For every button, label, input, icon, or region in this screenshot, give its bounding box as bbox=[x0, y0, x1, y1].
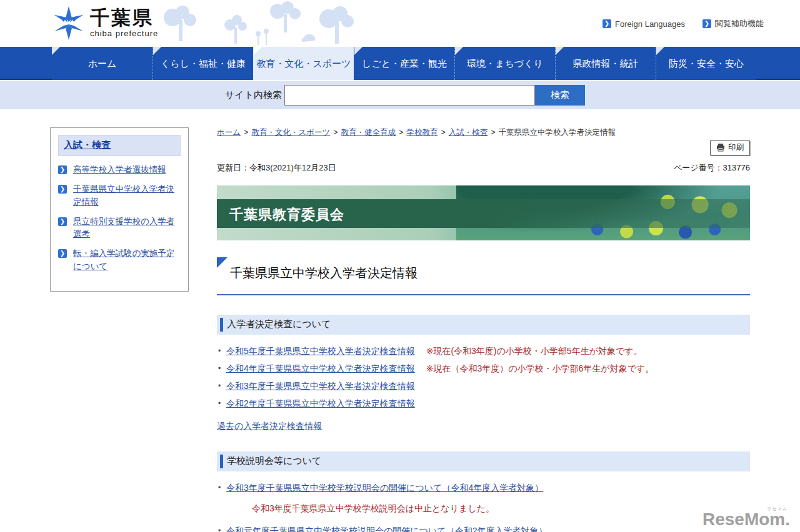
breadcrumb-link[interactable]: ホーム bbox=[217, 128, 241, 137]
nav-tab-bosai[interactable]: 防災・安全・安心 bbox=[656, 47, 756, 80]
breadcrumb-link[interactable]: 教育・健全育成 bbox=[341, 128, 396, 137]
chevron-right-icon: ❯ bbox=[702, 19, 711, 28]
breadcrumb-separator: > bbox=[244, 128, 248, 137]
nav-tab-label: 環境・まちづくり bbox=[467, 58, 543, 69]
exam-link-r3[interactable]: 令和3年度千葉県県立中学校入学者決定検査情報 bbox=[226, 381, 415, 391]
section-heading-exam: 入学者決定検査について bbox=[217, 315, 750, 335]
chevron-right-icon: ❯ bbox=[58, 217, 67, 226]
chiba-logo[interactable]: 千葉県 chiba prefecture bbox=[52, 5, 158, 41]
breadcrumb-separator: > bbox=[399, 128, 403, 137]
page-title-block: 千葉県県立中学校入学者決定情報 bbox=[217, 257, 750, 295]
sidebar-title-link[interactable]: 入試・検査 bbox=[64, 139, 111, 150]
nav-tab-kensei[interactable]: 県政情報・統計 bbox=[555, 47, 656, 80]
nav-tab-shigoto[interactable]: しごと・産業・観光 bbox=[354, 47, 454, 80]
list-item: 令和2年度千葉県県立中学校入学者決定検査情報 bbox=[217, 398, 750, 410]
page-number: ページ番号：313776 bbox=[674, 162, 750, 174]
breadcrumb-current: 千葉県県立中学校入学者決定情報 bbox=[499, 128, 616, 137]
tab-corner-notch bbox=[656, 47, 664, 55]
briefing-link-r1[interactable]: 令和元年度千葉県県立中学校学校説明会の開催について（令和2年度入学者対象） bbox=[226, 526, 547, 532]
exam-link-list: 令和5年度千葉県県立中学校入学者決定検査情報 ※現在(令和3年度)の小学校・小学… bbox=[217, 345, 750, 410]
past-exam-info-link[interactable]: 過去の入学者決定検査情報 bbox=[217, 421, 322, 431]
chevron-right-icon: ❯ bbox=[58, 185, 67, 194]
tab-corner-notch bbox=[153, 47, 161, 55]
sidebar-item-tennyuugaku: ❯ 転・編入学試験の実施予定について bbox=[58, 247, 181, 273]
nav-tab-kankyo[interactable]: 環境・まちづくり bbox=[454, 47, 555, 80]
tab-corner-notch bbox=[455, 47, 463, 55]
nav-tab-label: しごと・産業・観光 bbox=[362, 58, 447, 69]
sidebar-title: 入試・検査 bbox=[58, 135, 181, 156]
foreign-languages-link[interactable]: ❯ Foreign Languages bbox=[602, 18, 685, 29]
exam-link-r2[interactable]: 令和2年度千葉県県立中学校入学者決定検査情報 bbox=[226, 398, 415, 408]
print-button[interactable]: 印刷 bbox=[710, 140, 750, 155]
breadcrumb-separator: > bbox=[491, 128, 495, 137]
exam-link-r5[interactable]: 令和5年度千葉県県立中学校入学者決定検査情報 bbox=[226, 346, 415, 356]
resemom-watermark: リセマム ReseMom. bbox=[702, 510, 790, 530]
chevron-right-icon: ❯ bbox=[602, 19, 611, 28]
breadcrumb-link[interactable]: 教育・文化・スポーツ bbox=[251, 128, 330, 137]
briefing-link-r3[interactable]: 令和3年度千葉県県立中学校学校説明会の開催について（令和4年度入学者対象） bbox=[226, 483, 543, 493]
sidebar-item-tokubetsushien: ❯ 県立特別支援学校の入学者選考 bbox=[58, 215, 181, 241]
search-input[interactable] bbox=[284, 85, 535, 106]
accessibility-label: 閲覧補助機能 bbox=[715, 18, 764, 29]
list-item: 令和5年度千葉県県立中学校入学者決定検査情報 ※現在(令和3年度)の小学校・小学… bbox=[217, 345, 750, 357]
breadcrumb-separator: > bbox=[333, 128, 338, 137]
logo-title: 千葉県 bbox=[90, 8, 158, 29]
list-item: 令和3年度千葉県県立中学校入学者決定検査情報 bbox=[217, 380, 750, 392]
tab-corner-notch bbox=[254, 47, 262, 55]
briefing-cancel-note: 令和3年度千葉県県立中学校学校説明会は中止となりました。 bbox=[252, 503, 750, 515]
exam-link-r4[interactable]: 令和4年度千葉県県立中学校入学者決定検査情報 bbox=[226, 363, 415, 373]
sidebar-item-link[interactable]: 県立特別支援学校の入学者選考 bbox=[73, 217, 174, 239]
sidebar-item-chuugakkou: ❯ 千葉県県立中学校入学者決定情報 bbox=[58, 183, 181, 209]
updated-date: 更新日：令和3(2021)年12月23日 bbox=[217, 162, 336, 174]
nav-tab-kurashi[interactable]: くらし・福祉・健康 bbox=[152, 47, 253, 80]
main-content: ホーム>教育・文化・スポーツ>教育・健全育成>学校教育>入試・検査>千葉県県立中… bbox=[217, 127, 750, 532]
list-item: 令和元年度千葉県県立中学校学校説明会の開催について（令和2年度入学者対象） bbox=[217, 525, 750, 532]
nav-tab-label: 防災・安全・安心 bbox=[669, 58, 744, 69]
header-plants-decoration bbox=[155, 1, 361, 46]
tab-corner-notch bbox=[52, 47, 60, 55]
breadcrumb-separator: > bbox=[441, 128, 445, 137]
site-search-band: サイト内検索 検索 bbox=[0, 81, 800, 109]
nav-tab-kyoiku[interactable]: 教育・文化・スポーツ bbox=[253, 47, 354, 80]
exam-note-r4: ※現在（令和3年度）の小学校・小学部6年生が対象です。 bbox=[426, 363, 654, 373]
sidebar-item-link[interactable]: 転・編入学試験の実施予定について bbox=[73, 249, 174, 270]
banner-title: 千葉県教育委員会 bbox=[229, 205, 344, 224]
search-button[interactable]: 検索 bbox=[535, 85, 585, 106]
watermark-text: ReseMom. bbox=[702, 510, 790, 529]
nav-tab-label: 県政情報・統計 bbox=[573, 58, 639, 69]
breadcrumb-link[interactable]: 入試・検査 bbox=[449, 128, 488, 137]
list-item: 令和3年度千葉県県立中学校学校説明会の開催について（令和4年度入学者対象） 令和… bbox=[217, 482, 750, 515]
sidebar-item-koutougakkou: ❯ 高等学校入学者選抜情報 bbox=[58, 164, 181, 176]
print-label: 印刷 bbox=[728, 142, 744, 153]
chevron-right-icon: ❯ bbox=[58, 249, 67, 258]
search-label: サイト内検索 bbox=[225, 89, 282, 101]
printer-icon bbox=[716, 144, 725, 152]
sidebar-item-link[interactable]: 高等学校入学者選抜情報 bbox=[73, 165, 166, 174]
chevron-right-icon: ❯ bbox=[58, 165, 67, 174]
breadcrumb-link[interactable]: 学校教育 bbox=[406, 128, 438, 137]
tab-corner-notch bbox=[354, 47, 362, 55]
briefing-link-list: 令和3年度千葉県県立中学校学校説明会の開催について（令和4年度入学者対象） 令和… bbox=[217, 482, 750, 532]
exam-note-r5: ※現在(令和3年度)の小学校・小学部5年生が対象です。 bbox=[426, 346, 642, 356]
nav-tab-label: 教育・文化・スポーツ bbox=[256, 58, 351, 69]
title-corner-triangle bbox=[217, 257, 228, 268]
page-title: 千葉県県立中学校入学者決定情報 bbox=[230, 265, 750, 282]
breadcrumb: ホーム>教育・文化・スポーツ>教育・健全育成>学校教育>入試・検査>千葉県県立中… bbox=[217, 127, 750, 138]
sidebar-nav: 入試・検査 ❯ 高等学校入学者選抜情報 ❯ 千葉県県立中学校入学者決定情報 ❯ … bbox=[50, 127, 189, 292]
nav-tab-home[interactable]: ホーム bbox=[52, 47, 152, 80]
chiba-star-icon bbox=[52, 5, 85, 41]
nav-tab-label: くらし・福祉・健康 bbox=[161, 58, 246, 69]
watermark-ruby: リセマム bbox=[767, 506, 788, 512]
section-heading-briefing: 学校説明会等について bbox=[217, 451, 750, 471]
list-item: 令和4年度千葉県県立中学校入学者決定検査情報 ※現在（令和3年度）の小学校・小学… bbox=[217, 363, 750, 375]
site-header: 千葉県 chiba prefecture ❯ Foreign Languages… bbox=[0, 0, 800, 47]
foreign-languages-label: Foreign Languages bbox=[615, 19, 685, 29]
nav-tab-label: ホーム bbox=[88, 58, 117, 69]
logo-subtitle: chiba prefecture bbox=[90, 29, 158, 38]
tab-corner-notch bbox=[556, 47, 564, 55]
main-navigation: ホーム くらし・福祉・健康 教育・文化・スポーツ しごと・産業・観光 環境・まち… bbox=[0, 47, 800, 80]
sidebar-item-link[interactable]: 千葉県県立中学校入学者決定情報 bbox=[73, 184, 174, 206]
education-board-banner[interactable]: 千葉県教育委員会 bbox=[217, 185, 750, 240]
accessibility-link[interactable]: ❯ 閲覧補助機能 bbox=[702, 18, 764, 29]
